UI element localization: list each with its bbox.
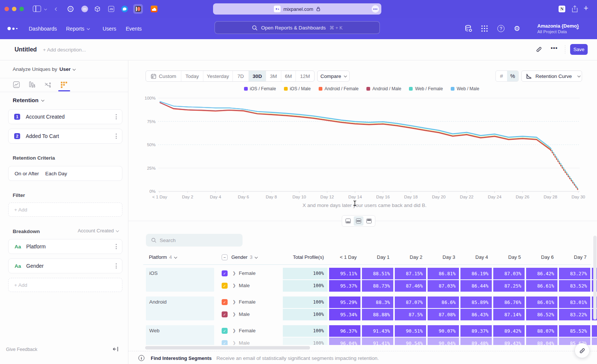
retention-value-cell[interactable]: 83.52% xyxy=(559,280,590,292)
retention-value-cell[interactable]: 87.25% xyxy=(493,280,525,292)
total-profiles-cell: 100% xyxy=(283,280,328,292)
share-link-fab[interactable] xyxy=(575,343,590,358)
retention-value-cell[interactable]: 86.44% xyxy=(460,280,492,292)
retention-value-cell[interactable]: 83.27% xyxy=(559,268,590,279)
footer-title[interactable]: Find Interesting Segments xyxy=(151,355,212,361)
table-row[interactable]: ✓❯Female100%95.11%88.51%87.15%86.81%86.1… xyxy=(0,268,597,279)
link-icon xyxy=(579,348,585,354)
table-row[interactable]: ✓❯Female100%95.29%88.3%87.07%86.6%85.89%… xyxy=(0,296,597,308)
retention-value-cell[interactable]: 86.43% xyxy=(460,309,492,320)
retention-value-cell[interactable]: 85.89% xyxy=(460,296,492,308)
retention-value-cell[interactable]: 86.81% xyxy=(428,268,459,279)
table-row[interactable]: ✓❯Male100%95.34%88.88%87.5%87.08%86.43%8… xyxy=(0,309,597,320)
row-checkbox[interactable]: ✓ xyxy=(222,340,228,345)
retention-value-cell[interactable]: 88.73% xyxy=(362,280,393,292)
retention-value-cell[interactable]: 87.46% xyxy=(395,280,426,292)
retention-value-cell[interactable]: 87.07% xyxy=(395,296,426,308)
gender-cell: Female xyxy=(239,299,256,305)
gender-cell: Male xyxy=(239,283,250,288)
insights-footer: i Find Interesting Segments Receive an e… xyxy=(128,351,597,364)
retention-value-cell[interactable]: 89.37% xyxy=(460,325,492,337)
retention-value-cell[interactable]: 89.48% xyxy=(460,338,492,345)
gender-cell: Male xyxy=(239,311,250,317)
retention-value-cell[interactable]: 95.11% xyxy=(329,268,360,279)
clipped-value-cell xyxy=(592,338,597,345)
table-row[interactable]: ✓❯Male100%95.37%88.73%87.46%87.03%86.44%… xyxy=(0,280,597,292)
retention-value-cell[interactable]: 86.6% xyxy=(428,296,459,308)
retention-value-cell[interactable]: 96.04% xyxy=(329,338,360,345)
total-profiles-cell: 100% xyxy=(283,338,328,345)
table-body: iOS✓❯Female100%95.11%88.51%87.15%86.81%8… xyxy=(0,0,597,345)
row-expand-icon[interactable]: ❯ xyxy=(232,341,236,345)
horizontal-scrollbar[interactable] xyxy=(145,346,310,349)
gender-cell: Female xyxy=(239,328,256,333)
row-checkbox[interactable]: ✓ xyxy=(222,283,228,289)
retention-value-cell[interactable]: 88.3% xyxy=(362,296,393,308)
retention-value-cell[interactable]: 90.54% xyxy=(395,338,426,345)
retention-value-cell[interactable]: 90.04% xyxy=(428,338,459,345)
retention-value-cell[interactable]: 88.04% xyxy=(526,338,557,345)
total-profiles-cell: 100% xyxy=(283,268,328,279)
retention-value-cell[interactable]: 89.42% xyxy=(493,325,525,337)
app-root: ‹ m JS mixpanel.com ••• N + Dashboards R… xyxy=(0,0,597,364)
retention-value-cell[interactable]: 91.41% xyxy=(362,338,393,345)
retention-value-cell[interactable]: 87.14% xyxy=(493,309,525,320)
retention-value-cell[interactable]: 86.42% xyxy=(526,268,557,279)
row-checkbox[interactable]: ✓ xyxy=(222,328,228,334)
retention-value-cell[interactable]: 86.76% xyxy=(493,296,525,308)
retention-value-cell[interactable]: 87.15% xyxy=(395,268,426,279)
retention-value-cell[interactable]: 96.37% xyxy=(329,325,360,337)
give-feedback-link[interactable]: Give Feedback xyxy=(6,347,37,352)
row-expand-icon[interactable]: ❯ xyxy=(232,271,236,276)
retention-value-cell[interactable]: 83.22% xyxy=(559,309,590,320)
total-profiles-cell: 100% xyxy=(283,296,328,308)
retention-value-cell[interactable]: 95.34% xyxy=(329,309,360,320)
retention-value-cell[interactable]: 86.19% xyxy=(460,268,492,279)
total-profiles-cell: 100% xyxy=(283,325,328,337)
gender-cell: Male xyxy=(239,340,250,345)
info-icon: i xyxy=(138,355,144,361)
retention-value-cell[interactable]: 83.01% xyxy=(559,296,590,308)
retention-value-cell[interactable]: 90.51% xyxy=(395,325,426,337)
total-profiles-cell: 100% xyxy=(283,309,328,320)
retention-value-cell[interactable]: 87.03% xyxy=(428,280,459,292)
gender-cell: Female xyxy=(239,270,256,276)
collapse-sidebar-icon[interactable] xyxy=(113,346,119,352)
retention-value-cell[interactable]: 87.03% xyxy=(493,268,525,279)
footer-subtitle: Receive an email of statistically signif… xyxy=(216,355,379,361)
retention-value-cell[interactable]: 91.43% xyxy=(362,325,393,337)
retention-value-cell[interactable]: 88.88% xyxy=(362,309,393,320)
table-row[interactable]: ✓❯Male100%96.04%91.41%90.54%90.04%89.48%… xyxy=(0,338,597,345)
row-checkbox[interactable]: ✓ xyxy=(222,311,228,317)
retention-value-cell[interactable]: 86.52% xyxy=(526,309,557,320)
retention-value-cell[interactable]: 87.5% xyxy=(395,309,426,320)
clipped-value-cell xyxy=(592,325,597,337)
row-checkbox[interactable]: ✓ xyxy=(222,299,228,305)
retention-value-cell[interactable]: 86.61% xyxy=(526,280,557,292)
vertical-scrollbar[interactable] xyxy=(593,236,597,320)
row-expand-icon[interactable]: ❯ xyxy=(232,283,236,288)
retention-value-cell[interactable]: 95.37% xyxy=(329,280,360,292)
retention-value-cell[interactable]: 88.07% xyxy=(526,325,557,337)
retention-value-cell[interactable]: 87.08% xyxy=(428,309,459,320)
row-checkbox[interactable]: ✓ xyxy=(222,270,228,276)
retention-value-cell[interactable]: 90.07% xyxy=(428,325,459,337)
table-row[interactable]: ✓❯Female100%96.37%91.43%90.51%90.07%89.3… xyxy=(0,325,597,337)
row-expand-icon[interactable]: ❯ xyxy=(232,328,236,333)
retention-value-cell[interactable]: 95.29% xyxy=(329,296,360,308)
retention-value-cell[interactable]: 89.43% xyxy=(493,338,525,345)
row-expand-icon[interactable]: ❯ xyxy=(232,299,236,304)
row-expand-icon[interactable]: ❯ xyxy=(232,312,236,317)
retention-value-cell[interactable]: 88.51% xyxy=(362,268,393,279)
retention-value-cell[interactable]: 86.01% xyxy=(526,296,557,308)
retention-value-cell[interactable]: 85.52% xyxy=(559,325,590,337)
